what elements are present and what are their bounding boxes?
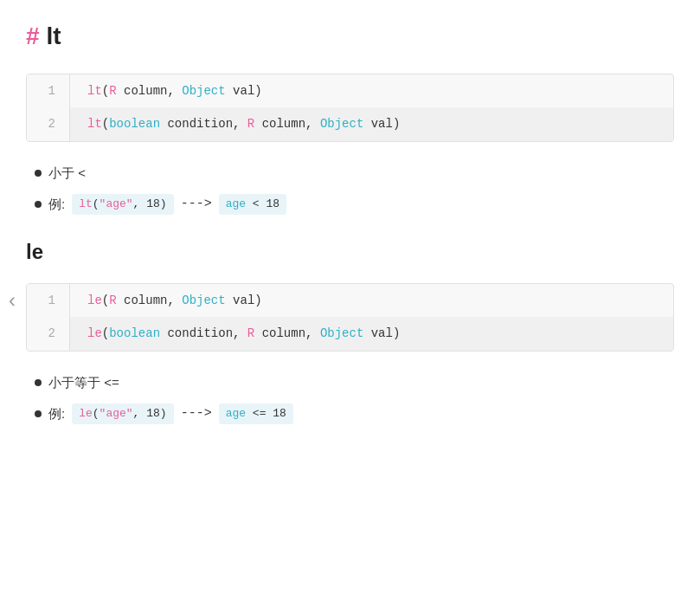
lt-code-block: 1 lt(R column, Object val) 2 lt(boolean …: [26, 74, 674, 142]
lt-example-code: lt("age", 18): [72, 194, 173, 216]
code-text: (: [102, 84, 109, 98]
line-code-1: lt(R column, Object val): [70, 74, 673, 107]
list-item: 例: le("age", 18) ---> age <= 18: [35, 403, 674, 425]
type-object: Object: [182, 84, 225, 98]
page-title: # lt: [26, 17, 674, 56]
section-le: le 1 le(R column, Object val) 2 le(boole…: [26, 235, 674, 424]
le-example-label: 例:: [48, 403, 65, 424]
code-text: (: [102, 294, 109, 307]
section-lt: 1 lt(R column, Object val) 2 lt(boolean …: [26, 74, 674, 216]
fn-keyword: le: [87, 294, 102, 307]
lt-code-table: 1 lt(R column, Object val) 2 lt(boolean …: [27, 74, 673, 141]
bullet-dot: [35, 410, 42, 417]
list-item: 小于等于 <=: [35, 372, 674, 393]
table-row: 1 le(R column, Object val): [27, 284, 673, 317]
line-code-2: le(boolean condition, R column, Object v…: [70, 317, 673, 350]
bullet-dot: [35, 379, 42, 386]
le-example-code: le("age", 18): [72, 403, 173, 425]
table-row: 2 lt(boolean condition, R column, Object…: [27, 107, 673, 140]
code-text: val): [363, 117, 400, 131]
lt-example-result: age < 18: [219, 194, 286, 216]
le-code-block: 1 le(R column, Object val) 2 le(boolean …: [26, 283, 674, 352]
code-text: column,: [254, 326, 320, 340]
code-text: column,: [254, 117, 320, 131]
list-item: 例: lt("age", 18) ---> age < 18: [35, 194, 674, 216]
nav-left-arrow[interactable]: ‹: [9, 283, 16, 316]
bullet-dot: [35, 170, 42, 177]
hash-icon: #: [26, 17, 40, 56]
bullet-dot: [35, 201, 42, 208]
type-r: R: [247, 117, 254, 131]
line-number-1: 1: [27, 74, 70, 107]
type-boolean: boolean: [109, 326, 160, 340]
type-r: R: [109, 294, 116, 307]
code-text: val): [363, 326, 400, 340]
code-text: column,: [117, 294, 183, 307]
code-text: (: [102, 117, 109, 131]
type-boolean: boolean: [109, 117, 160, 131]
fn-keyword: le: [87, 326, 102, 340]
line-number-2: 2: [27, 107, 70, 140]
line-code-1: le(R column, Object val): [70, 284, 673, 317]
table-row: 2 le(boolean condition, R column, Object…: [27, 317, 673, 350]
line-number-1: 1: [27, 284, 70, 317]
type-object: Object: [182, 294, 225, 307]
list-item: 小于 <: [35, 163, 674, 184]
code-text: column,: [117, 84, 183, 98]
type-r: R: [109, 84, 116, 98]
line-code-2: lt(boolean condition, R column, Object v…: [70, 107, 673, 140]
fn-keyword: lt: [87, 84, 102, 98]
lt-example-label: 例:: [48, 194, 65, 215]
code-text: val): [226, 84, 262, 98]
arrow-indicator: --->: [181, 403, 212, 424]
le-description: 小于等于 <=: [48, 372, 119, 393]
line-number-2: 2: [27, 317, 70, 350]
arrow-indicator: --->: [181, 194, 212, 215]
type-object: Object: [320, 326, 363, 340]
le-code-table: 1 le(R column, Object val) 2 le(boolean …: [27, 284, 673, 351]
le-example-result: age <= 18: [219, 403, 293, 425]
code-text: val): [226, 294, 262, 307]
fn-keyword: lt: [87, 117, 102, 131]
code-text: condition,: [160, 117, 247, 131]
lt-bullet-list: 小于 < 例: lt("age", 18) ---> age < 18: [26, 163, 674, 216]
page-title-text: lt: [47, 17, 61, 56]
code-text: condition,: [160, 326, 247, 340]
le-bullet-list: 小于等于 <= 例: le("age", 18) ---> age <= 18: [26, 372, 674, 425]
type-object: Object: [320, 117, 363, 131]
table-row: 1 lt(R column, Object val): [27, 74, 673, 107]
code-text: (: [102, 326, 109, 340]
le-section-title: le: [26, 235, 674, 268]
type-r: R: [247, 326, 254, 340]
lt-description: 小于 <: [48, 163, 86, 184]
